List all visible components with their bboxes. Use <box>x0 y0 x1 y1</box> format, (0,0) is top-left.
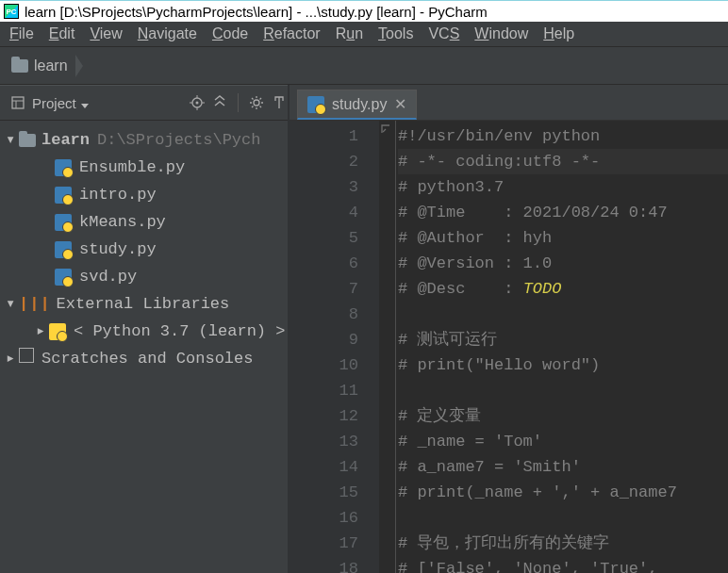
gear-icon[interactable] <box>248 94 265 111</box>
project-panel-header: Project <box>0 85 288 121</box>
python-file-icon <box>55 241 72 258</box>
collapse-all-icon[interactable] <box>211 94 228 111</box>
menu-window[interactable]: Window <box>474 25 528 42</box>
svg-line-14 <box>252 98 254 100</box>
separator <box>238 93 239 112</box>
svg-line-15 <box>260 106 262 108</box>
tree-file[interactable]: study.py <box>0 236 288 263</box>
tree-file[interactable]: svd.py <box>0 263 288 290</box>
pycharm-icon: PC <box>4 4 19 19</box>
menu-navigate[interactable]: Navigate <box>138 25 197 42</box>
tree-python-env[interactable]: ▸ < Python 3.7 (learn) > <box>0 318 288 345</box>
tree-scratches[interactable]: ▸ Scratches and Consoles <box>0 345 288 372</box>
svg-rect-0 <box>12 97 24 108</box>
svg-point-4 <box>196 102 199 105</box>
root-path: D:\SProjects\Pych <box>97 126 260 154</box>
code-lines[interactable]: #!/usr/bin/env python# -*- coding:utf8 -… <box>396 121 728 573</box>
project-dropdown[interactable]: Project <box>32 95 89 111</box>
menu-file[interactable]: File <box>9 25 34 42</box>
menu-vcs[interactable]: VCS <box>428 25 459 42</box>
python-file-icon <box>55 269 72 286</box>
window-title-bar: PC learn [D:\SProjects\PycharmProjects\l… <box>0 0 728 22</box>
svg-line-17 <box>260 98 262 100</box>
window-title: learn [D:\SProjects\PycharmProjects\lear… <box>25 4 488 20</box>
menu-tools[interactable]: Tools <box>378 25 413 42</box>
python-file-icon <box>55 214 72 231</box>
menu-help[interactable]: Help <box>543 25 574 42</box>
scratches-icon <box>19 345 34 372</box>
expand-toggle[interactable]: ▸ <box>6 345 19 372</box>
python-file-icon <box>55 159 72 176</box>
tree-file[interactable]: Ensumble.py <box>0 154 288 181</box>
expand-toggle[interactable]: ▾ <box>6 126 19 154</box>
python-file-icon <box>307 96 324 113</box>
line-number-gutter: 123456789101112131415161718 <box>290 121 379 573</box>
root-name: learn <box>41 126 90 154</box>
project-tool-window: Project ▾ learn D:\SProjects\Pych <box>0 85 290 573</box>
menu-bar: File Edit View Navigate Code Refactor Ru… <box>0 22 728 47</box>
hide-icon[interactable] <box>271 94 288 111</box>
folder-icon <box>19 134 36 147</box>
editor-tabs: study.py ✕ <box>290 85 728 121</box>
tree-root[interactable]: ▾ learn D:\SProjects\Pych <box>0 126 288 154</box>
fold-icon[interactable] <box>381 124 390 134</box>
chevron-right-icon <box>75 55 83 77</box>
expand-toggle[interactable]: ▾ <box>6 290 19 318</box>
tree-file[interactable]: intro.py <box>0 181 288 208</box>
breadcrumb-root[interactable]: learn <box>34 57 68 74</box>
library-icon <box>19 290 51 318</box>
code-area[interactable]: 123456789101112131415161718 #!/usr/bin/e… <box>290 121 728 573</box>
breadcrumb: learn <box>0 47 728 85</box>
python-file-icon <box>55 187 72 204</box>
menu-view[interactable]: View <box>90 25 122 42</box>
locate-icon[interactable] <box>189 94 206 111</box>
fold-strip <box>379 121 396 573</box>
project-tree[interactable]: ▾ learn D:\SProjects\Pych Ensumble.py in… <box>0 121 288 573</box>
close-icon[interactable]: ✕ <box>394 95 406 113</box>
editor: study.py ✕ 123456789101112131415161718 #… <box>290 85 728 573</box>
tab-study-py[interactable]: study.py ✕ <box>297 90 417 120</box>
tab-label: study.py <box>332 96 387 113</box>
svg-line-16 <box>252 106 254 108</box>
svg-point-9 <box>254 100 259 106</box>
project-view-icon[interactable] <box>9 94 26 111</box>
folder-icon <box>11 59 28 73</box>
menu-edit[interactable]: Edit <box>49 25 75 42</box>
tree-external-libs[interactable]: ▾ External Libraries <box>0 290 288 318</box>
tree-file[interactable]: kMeans.py <box>0 208 288 236</box>
menu-code[interactable]: Code <box>212 25 248 42</box>
expand-toggle[interactable]: ▸ <box>36 318 49 345</box>
menu-refactor[interactable]: Refactor <box>263 25 320 42</box>
menu-run[interactable]: Run <box>336 25 363 42</box>
python-icon <box>49 323 66 340</box>
